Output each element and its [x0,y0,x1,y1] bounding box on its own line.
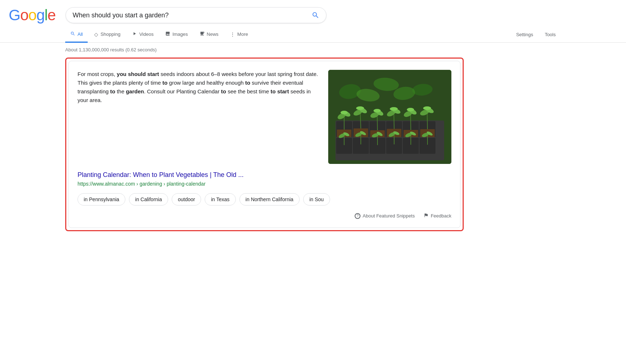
header: Google [0,0,626,27]
about-snippets-label: About Featured Snippets [363,213,415,219]
all-icon [70,31,75,37]
snippet-content: For most crops, you should start seeds i… [78,70,451,164]
logo-g: G [9,7,20,24]
shopping-icon: ◇ [94,31,98,37]
logo-l: l [45,7,47,24]
logo-g2: g [36,7,44,24]
snippet-text: For most crops, you should start seeds i… [78,70,321,164]
news-icon [200,31,205,37]
search-input[interactable] [72,12,312,19]
question-circle-icon: ? [355,213,360,219]
flag-icon [423,213,429,219]
snippet-image [328,70,451,164]
featured-snippet-wrapper: For most crops, you should start seeds i… [65,58,464,231]
tab-shopping[interactable]: ◇ Shopping [89,27,125,43]
tab-news-label: News [207,31,219,37]
logo-o2: o [28,7,36,24]
snippet-chips: in Pennsylvania in California outdoor in… [78,193,451,206]
search-button[interactable] [312,11,320,19]
svg-point-27 [356,106,364,110]
search-icon [312,11,320,19]
google-logo: Google [9,7,55,24]
chip-sou[interactable]: in Sou [303,193,330,206]
tab-more-label: More [237,31,248,37]
featured-snippet: For most crops, you should start seeds i… [68,61,460,228]
search-bar[interactable] [66,7,326,23]
settings-link[interactable]: Settings [511,27,538,42]
seedling-svg [328,70,451,164]
feedback-label: Feedback [431,213,451,219]
chip-texas[interactable]: in Texas [205,193,235,206]
about-featured-snippets[interactable]: ? About Featured Snippets [355,213,415,219]
tab-images[interactable]: Images [160,27,193,43]
logo-e: e [47,7,55,24]
snippet-url: https://www.almanac.com › gardening › pl… [78,181,451,187]
svg-point-43 [423,106,431,110]
tools-label: Tools [545,32,556,37]
tab-more[interactable]: ⋮ More [225,27,253,43]
svg-point-39 [407,108,414,111]
more-icon: ⋮ [230,31,235,37]
tab-images-label: Images [172,31,188,37]
settings-label: Settings [516,32,533,37]
images-icon [165,31,170,37]
logo-o1: o [20,7,28,24]
svg-point-23 [341,111,348,114]
chip-california[interactable]: in California [129,193,168,206]
snippet-footer: ? About Featured Snippets Feedback [78,211,451,219]
chip-outdoor[interactable]: outdoor [172,193,201,206]
tab-shopping-label: Shopping [100,31,120,37]
feedback-button[interactable]: Feedback [423,213,451,219]
chip-northern-california[interactable]: in Northern California [239,193,300,206]
snippet-link-text[interactable]: Planting Calendar: When to Plant Vegetab… [78,171,244,178]
nav-tabs: All ◇ Shopping Videos Images News ⋮ More… [0,27,626,43]
tab-news[interactable]: News [195,27,224,43]
snippet-link[interactable]: Planting Calendar: When to Plant Vegetab… [78,171,451,179]
chip-pennsylvania[interactable]: in Pennsylvania [78,193,125,206]
svg-point-35 [390,107,398,111]
tools-link[interactable]: Tools [540,27,561,42]
results-area: About 1,130,000,000 results (0.62 second… [0,43,626,236]
results-count: About 1,130,000,000 results (0.62 second… [65,47,561,52]
tab-all-label: All [78,31,83,37]
tab-all[interactable]: All [65,27,88,43]
svg-point-31 [373,109,381,113]
tab-videos-label: Videos [139,31,154,37]
tab-videos[interactable]: Videos [127,27,159,43]
videos-icon [132,31,137,37]
